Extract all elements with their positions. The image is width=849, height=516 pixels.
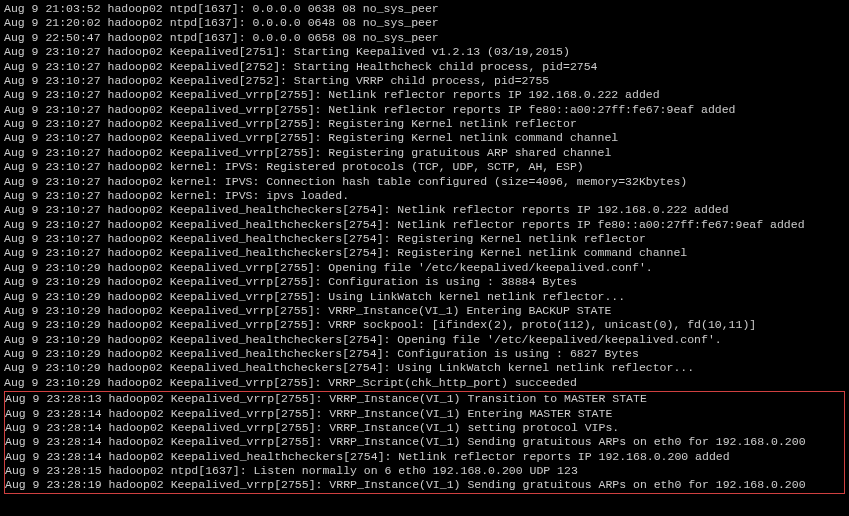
log-line: Aug 9 23:10:29 hadoop02 Keepalived_healt… [4, 333, 845, 347]
log-line: Aug 9 23:10:29 hadoop02 Keepalived_vrrp[… [4, 290, 845, 304]
terminal-output[interactable]: Aug 9 21:03:52 hadoop02 ntpd[1637]: 0.0.… [4, 2, 845, 494]
log-line: Aug 9 23:10:27 hadoop02 Keepalived_vrrp[… [4, 103, 845, 117]
log-line: Aug 9 23:10:29 hadoop02 Keepalived_vrrp[… [4, 304, 845, 318]
log-line: Aug 9 23:28:14 hadoop02 Keepalived_vrrp[… [5, 421, 844, 435]
log-line: Aug 9 23:10:27 hadoop02 Keepalived[2751]… [4, 45, 845, 59]
log-line: Aug 9 23:10:29 hadoop02 Keepalived_vrrp[… [4, 376, 845, 390]
log-line: Aug 9 23:28:15 hadoop02 ntpd[1637]: List… [5, 464, 844, 478]
log-line: Aug 9 23:28:19 hadoop02 Keepalived_vrrp[… [5, 478, 844, 492]
log-line: Aug 9 22:50:47 hadoop02 ntpd[1637]: 0.0.… [4, 31, 845, 45]
log-line: Aug 9 23:10:27 hadoop02 Keepalived_vrrp[… [4, 146, 845, 160]
log-line: Aug 9 23:10:27 hadoop02 kernel: IPVS: Co… [4, 175, 845, 189]
log-line: Aug 9 23:10:29 hadoop02 Keepalived_healt… [4, 347, 845, 361]
log-section-highlighted: Aug 9 23:28:13 hadoop02 Keepalived_vrrp[… [4, 391, 845, 494]
log-line: Aug 9 23:28:14 hadoop02 Keepalived_healt… [5, 450, 844, 464]
log-line: Aug 9 23:10:27 hadoop02 Keepalived_vrrp[… [4, 117, 845, 131]
log-line: Aug 9 23:10:29 hadoop02 Keepalived_vrrp[… [4, 275, 845, 289]
log-line: Aug 9 23:10:27 hadoop02 Keepalived_vrrp[… [4, 88, 845, 102]
log-line: Aug 9 23:10:29 hadoop02 Keepalived_vrrp[… [4, 318, 845, 332]
log-line: Aug 9 23:28:13 hadoop02 Keepalived_vrrp[… [5, 392, 844, 406]
log-line: Aug 9 23:28:14 hadoop02 Keepalived_vrrp[… [5, 407, 844, 421]
log-section-top: Aug 9 21:03:52 hadoop02 ntpd[1637]: 0.0.… [4, 2, 845, 390]
log-line: Aug 9 23:28:14 hadoop02 Keepalived_vrrp[… [5, 435, 844, 449]
log-line: Aug 9 23:10:27 hadoop02 Keepalived_healt… [4, 218, 845, 232]
log-line: Aug 9 23:10:27 hadoop02 Keepalived_healt… [4, 246, 845, 260]
log-line: Aug 9 23:10:27 hadoop02 kernel: IPVS: Re… [4, 160, 845, 174]
log-line: Aug 9 23:10:27 hadoop02 Keepalived[2752]… [4, 60, 845, 74]
log-line: Aug 9 23:10:27 hadoop02 Keepalived_healt… [4, 203, 845, 217]
log-line: Aug 9 21:20:02 hadoop02 ntpd[1637]: 0.0.… [4, 16, 845, 30]
log-line: Aug 9 23:10:27 hadoop02 kernel: IPVS: ip… [4, 189, 845, 203]
log-line: Aug 9 23:10:29 hadoop02 Keepalived_healt… [4, 361, 845, 375]
log-line: Aug 9 23:10:29 hadoop02 Keepalived_vrrp[… [4, 261, 845, 275]
log-line: Aug 9 23:10:27 hadoop02 Keepalived_vrrp[… [4, 131, 845, 145]
log-line: Aug 9 23:10:27 hadoop02 Keepalived[2752]… [4, 74, 845, 88]
log-line: Aug 9 21:03:52 hadoop02 ntpd[1637]: 0.0.… [4, 2, 845, 16]
log-line: Aug 9 23:10:27 hadoop02 Keepalived_healt… [4, 232, 845, 246]
